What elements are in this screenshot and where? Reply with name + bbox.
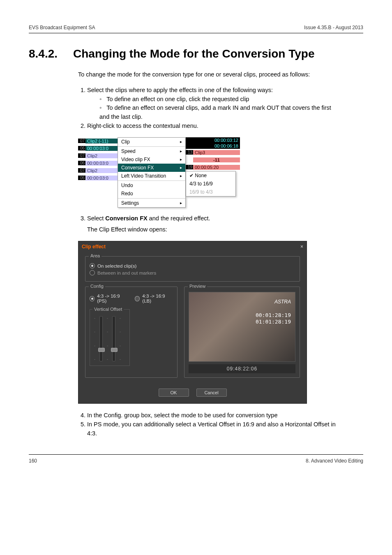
radio-label: On selected clip(s) bbox=[97, 264, 136, 268]
clip-num: 13 bbox=[186, 150, 193, 155]
area-legend: Area bbox=[89, 253, 101, 258]
menu-label: Settings bbox=[121, 200, 139, 206]
clip-num: 06 bbox=[78, 176, 85, 180]
radio-icon bbox=[135, 296, 140, 301]
menu-label: Video clip FX bbox=[121, 157, 150, 162]
submenu-item-169-43[interactable]: 16/9 to 4/3 bbox=[186, 188, 235, 196]
radio-icon bbox=[90, 296, 95, 301]
preview-video: ASTRA 00:01:28:19 01:01:28:19 bbox=[189, 292, 295, 362]
submenu-item-43-169[interactable]: 4/3 to 16/9 bbox=[186, 180, 235, 188]
context-menu-screenshot: 07Clip2 (-11) 0600:00:03:0 07Clip2 0600:… bbox=[78, 137, 240, 208]
step-5: In PS mode, you can additionally select … bbox=[87, 420, 341, 438]
section-title: Changing the Mode for the Conversion Typ… bbox=[73, 47, 315, 60]
ok-button[interactable]: OK bbox=[159, 388, 189, 397]
cancel-button[interactable]: Cancel bbox=[196, 388, 227, 397]
slider-ticks: ---- bbox=[120, 316, 121, 361]
section-heading: 8.4.2.Changing the Mode for the Conversi… bbox=[29, 47, 363, 60]
clip-cell[interactable]: Clip2 (-11) bbox=[85, 139, 118, 143]
submenu-item-none[interactable]: None bbox=[186, 171, 235, 180]
clip-num: 07 bbox=[78, 139, 85, 143]
vertical-offset-slider-2[interactable] bbox=[112, 316, 115, 361]
dialog-title: Clip effect bbox=[82, 244, 106, 250]
radio-label: 4:3 -> 16:9 (LB) bbox=[142, 294, 173, 303]
step-3-pre: Select bbox=[87, 215, 105, 222]
menu-separator bbox=[118, 180, 185, 181]
section-number: 8.4.2. bbox=[29, 47, 73, 60]
preview-timecode: 09:48:22:06 bbox=[189, 364, 295, 373]
clip-num: 07 bbox=[78, 153, 85, 158]
menu-item-settings[interactable]: Settings bbox=[118, 199, 185, 207]
clip-num: 06 bbox=[78, 146, 85, 150]
clip-cell[interactable]: 00:00:05:20 bbox=[193, 165, 240, 170]
chapter-title: 8. Advanced Video Editing bbox=[306, 458, 363, 464]
timeline-left-clips: 07Clip2 (-11) 0600:00:03:0 07Clip2 0600:… bbox=[78, 137, 118, 208]
preview-brand: ASTRA bbox=[274, 299, 291, 305]
radio-label: 4:3 -> 16:9 (PS) bbox=[97, 294, 128, 303]
slider-thumb[interactable] bbox=[98, 348, 105, 352]
radio-on-selected-clips[interactable]: On selected clip(s) bbox=[90, 263, 295, 268]
header-left: EVS Broadcast Equipment SA bbox=[29, 25, 95, 30]
preview-tc1: 00:01:28:19 bbox=[256, 312, 291, 318]
header-rule bbox=[29, 33, 363, 33]
clip-cell[interactable]: Clip3 bbox=[193, 150, 240, 155]
menu-label: Left Video Transition bbox=[121, 173, 166, 179]
menu-label: Redo bbox=[121, 191, 133, 197]
header-right: Issue 4.35.B - August 2013 bbox=[304, 25, 363, 30]
clip-num: 19 bbox=[186, 165, 193, 169]
preview-tc2: 01:01:28:19 bbox=[256, 319, 291, 325]
slider-thumb[interactable] bbox=[111, 348, 118, 352]
clip-num: 06 bbox=[78, 161, 85, 165]
menu-label: Speed bbox=[121, 148, 136, 154]
intro-text: To change the mode for the conversion ty… bbox=[78, 70, 341, 79]
radio-43-169-ps[interactable]: 4:3 -> 16:9 (PS) bbox=[90, 294, 128, 303]
timecode-top: 00:00:03:12 bbox=[186, 137, 240, 143]
menu-item-video-clip-fx[interactable]: Video clip FX bbox=[118, 155, 185, 164]
vertical-offset-legend: Vertical Offset bbox=[92, 307, 124, 312]
menu-separator bbox=[118, 198, 185, 199]
preview-group: Preview ASTRA 00:01:28:19 01:01:28:19 09… bbox=[184, 287, 300, 378]
menu-label: Undo bbox=[121, 183, 133, 188]
step-3-bold: Conversion FX bbox=[105, 215, 147, 222]
clip-cell[interactable]: Clip2 bbox=[85, 168, 118, 173]
radio-between-markers[interactable]: Between in and out markers bbox=[90, 270, 295, 275]
area-group: Area On selected clip(s) Between in and … bbox=[85, 256, 300, 282]
step-3: Select Conversion FX and the required ef… bbox=[87, 214, 341, 235]
menu-item-conversion-fx[interactable]: Conversion FX bbox=[118, 164, 185, 172]
step-4: In the Config. group box, select the mod… bbox=[87, 411, 341, 420]
step-1a: To define an effect on one clip, click t… bbox=[99, 95, 341, 104]
menu-separator bbox=[118, 146, 185, 147]
clip-effect-dialog: Clip effect × Area On selected clip(s) B… bbox=[78, 241, 307, 404]
dialog-titlebar: Clip effect × bbox=[78, 241, 307, 252]
menu-label: Clip bbox=[121, 139, 130, 145]
menu-label: Conversion FX bbox=[121, 165, 154, 171]
menu-item-redo[interactable]: Redo bbox=[118, 190, 185, 198]
radio-icon bbox=[90, 270, 95, 275]
radio-icon bbox=[90, 263, 95, 268]
config-group: Config 4:3 -> 16:9 (PS) 4:3 -> 16:9 (LB)… bbox=[85, 287, 178, 378]
step-1b: To define an effect on several clips, ad… bbox=[99, 104, 341, 122]
page-number: 160 bbox=[29, 458, 37, 464]
clip-cell[interactable]: Clip2 bbox=[85, 153, 118, 158]
clip-cell[interactable]: -11 bbox=[193, 157, 240, 162]
menu-item-speed[interactable]: Speed bbox=[118, 147, 185, 155]
menu-item-undo[interactable]: Undo bbox=[118, 181, 185, 190]
step-1-text: Select the clips where to apply the effe… bbox=[87, 87, 273, 93]
slider-ticks: ---- bbox=[107, 316, 108, 361]
vertical-offset-group: Vertical Offset ---- ---- ---- bbox=[90, 309, 130, 366]
radio-43-169-lb[interactable]: 4:3 -> 16:9 (LB) bbox=[135, 294, 173, 303]
step-2: Right-click to access the contextual men… bbox=[87, 122, 341, 131]
vertical-offset-slider-1[interactable] bbox=[99, 316, 103, 361]
step-3-post: and the required effect. bbox=[148, 215, 210, 222]
close-icon[interactable]: × bbox=[300, 244, 303, 250]
menu-item-left-video-transition[interactable]: Left Video Transition bbox=[118, 172, 185, 180]
radio-label: Between in and out markers bbox=[97, 271, 156, 275]
submenu-conversion-fx: None 4/3 to 16/9 16/9 to 4/3 bbox=[186, 171, 236, 197]
step-3-sub: The Clip Effect window opens: bbox=[87, 225, 341, 234]
clip-cell[interactable]: 00:00:03:0 bbox=[85, 146, 118, 151]
clip-cell[interactable]: 00:00:03:0 bbox=[85, 176, 118, 180]
preview-legend: Preview bbox=[188, 284, 207, 289]
config-legend: Config bbox=[89, 284, 105, 289]
timeline-right-panel: 00:00:03:12 00:00:06:18 13Clip3 -11 1900… bbox=[186, 137, 240, 208]
menu-item-clip[interactable]: Clip bbox=[118, 138, 185, 146]
clip-cell[interactable]: 00:00:03:0 bbox=[85, 161, 118, 166]
